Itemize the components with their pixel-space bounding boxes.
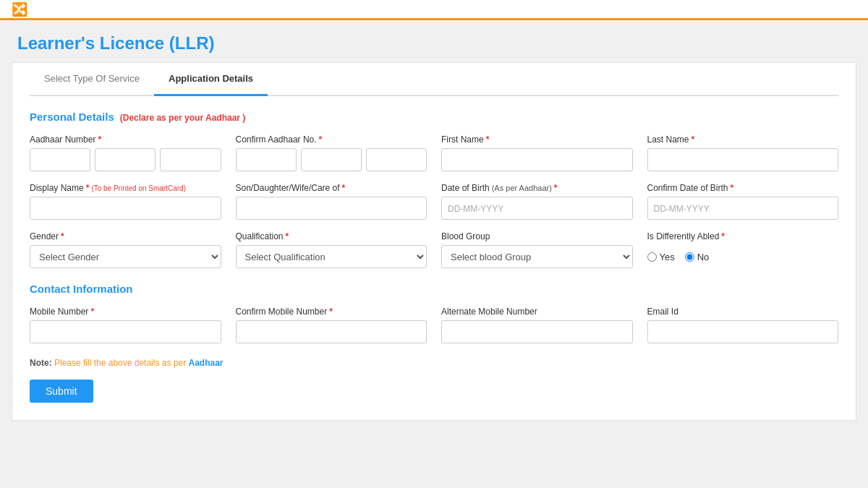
confirm-aadhaar-input-group [236,148,427,171]
qualification-select[interactable]: Select Qualification Below 8th 8th Pass … [236,245,427,268]
last-name-label: Last Name * [647,134,839,145]
differently-abled-yes-label[interactable]: Yes [647,252,675,262]
gender-group: Gender * Select Gender Male Female Trans… [30,231,221,268]
confirm-mobile-input[interactable] [236,320,427,343]
differently-abled-radio-group: Yes No [647,245,839,268]
submit-button[interactable]: Submit [30,380,93,403]
personal-details-declaration: (Declare as per your Aadhaar ) [120,113,246,123]
mobile-number-group: Mobile Number * [30,307,221,343]
alt-mobile-input[interactable] [441,320,633,343]
confirm-aadhaar-group: Confirm Aadhaar No. * [236,134,427,171]
confirm-mobile-group: Confirm Mobile Number * [236,307,427,343]
aadhaar-part2-input[interactable] [95,148,156,171]
son-daughter-input[interactable] [236,197,427,220]
aadhaar-number-label: Aadhaar Number * [30,134,221,145]
dob-input[interactable] [441,197,633,220]
tab-application-details[interactable]: Application Details [154,63,268,96]
display-name-label: Display Name * (To be Printed on SmartCa… [30,183,221,193]
aadhaar-input-group [30,148,221,171]
confirm-aadhaar-part3-input[interactable] [366,148,427,171]
blood-group-select[interactable]: Select blood Group A+ A- B+ B- AB+ AB- O… [441,245,633,268]
logo-icon: 🔀 [12,1,27,17]
aadhaar-part3-input[interactable] [160,148,221,171]
last-name-input[interactable] [647,148,839,171]
note-prefix: Note: [30,358,52,368]
differently-abled-group: Is Differently Abled * Yes No [647,231,839,268]
first-name-group: First Name * [441,134,633,171]
first-name-label: First Name * [441,134,633,145]
confirm-mobile-label: Confirm Mobile Number * [236,307,427,317]
contact-section-title: Contact Information [30,283,838,295]
personal-details-section-title: Personal Details (Declare as per your Aa… [30,111,838,123]
personal-details-grid: Aadhaar Number * Confirm Aadhaar No. * [30,134,838,268]
qualification-label: Qualification * [236,231,427,241]
confirm-aadhaar-label: Confirm Aadhaar No. * [236,134,427,145]
top-bar: 🔀 [0,0,868,20]
dob-label: Date of Birth (As per Aadhaar) * [441,183,633,193]
qualification-group: Qualification * Select Qualification Bel… [236,231,427,268]
alt-mobile-group: Alternate Mobile Number [441,307,633,343]
alt-mobile-label: Alternate Mobile Number [441,307,633,317]
confirm-dob-input[interactable] [647,197,839,220]
email-input[interactable] [647,320,839,343]
email-label: Email Id [647,307,839,317]
first-name-input[interactable] [441,148,633,171]
son-daughter-label: Son/Daughter/Wife/Care of * [236,183,427,193]
contact-details-grid: Mobile Number * Confirm Mobile Number * … [30,307,838,343]
differently-abled-label: Is Differently Abled * [647,231,839,241]
dob-group: Date of Birth (As per Aadhaar) * [441,183,633,220]
blood-group-group: Blood Group Select blood Group A+ A- B+ … [441,231,633,268]
note-middle: Please fill the above details as per [54,358,186,368]
tabs-container: Select Type Of Service Application Detai… [30,63,838,96]
confirm-aadhaar-part2-input[interactable] [301,148,362,171]
differently-abled-no-radio[interactable] [685,252,694,262]
display-name-input[interactable] [30,197,221,220]
confirm-aadhaar-part1-input[interactable] [236,148,297,171]
confirm-dob-group: Confirm Date of Birth * [647,183,839,220]
blood-group-label: Blood Group [441,231,633,241]
aadhaar-number-group: Aadhaar Number * [30,134,221,171]
mobile-number-label: Mobile Number * [30,307,221,317]
page-header: Learner's Licence (LLR) [0,20,868,62]
aadhaar-part1-input[interactable] [30,148,90,171]
son-daughter-group: Son/Daughter/Wife/Care of * [236,183,427,220]
note-container: Note: Please fill the above details as p… [30,358,838,368]
gender-label: Gender * [30,231,221,241]
tab-select-type[interactable]: Select Type Of Service [30,63,154,96]
mobile-number-input[interactable] [30,320,221,343]
personal-details-label: Personal Details [30,111,114,123]
note-highlight: Aadhaar [188,358,223,368]
page-title: Learner's Licence (LLR) [17,33,851,53]
differently-abled-no-label[interactable]: No [685,252,710,262]
confirm-dob-label: Confirm Date of Birth * [647,183,839,193]
contact-title-label: Contact Information [30,283,133,295]
display-name-group: Display Name * (To be Printed on SmartCa… [30,183,221,220]
differently-abled-yes-radio[interactable] [647,252,657,262]
contact-information-section: Contact Information Mobile Number * Conf… [30,283,838,343]
last-name-group: Last Name * [647,134,839,171]
email-group: Email Id [647,307,839,343]
gender-select[interactable]: Select Gender Male Female Transgender [30,245,221,268]
main-content: Select Type Of Service Application Detai… [12,62,856,421]
